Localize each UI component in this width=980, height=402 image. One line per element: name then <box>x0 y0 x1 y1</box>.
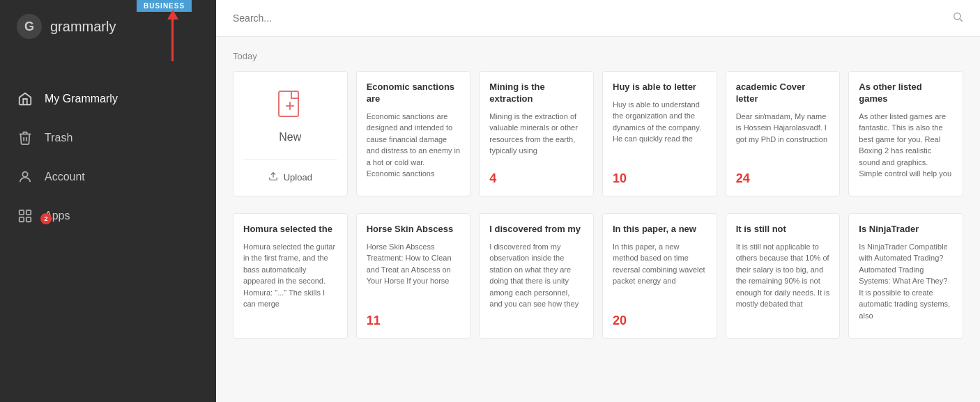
card-2-title: Mining is the extraction <box>489 82 583 105</box>
upload-button[interactable]: Upload <box>268 169 312 186</box>
svg-rect-7 <box>279 91 298 116</box>
card-6-title: Homura selected the <box>243 224 337 235</box>
card-2-body: Mining is the extraction of valuable min… <box>489 111 583 166</box>
document-card-4[interactable]: academic Cover letter Dear sir/madam, My… <box>726 71 841 196</box>
new-label: New <box>279 131 301 144</box>
document-card-1[interactable]: Economic sanctions are Economic sanction… <box>356 71 471 196</box>
trash-icon <box>17 130 33 146</box>
document-card-3[interactable]: Huy is able to letter Huy is able to und… <box>602 71 717 196</box>
card-7-score: 11 <box>367 314 461 328</box>
card-7-title: Horse Skin Abscess <box>367 224 461 235</box>
sidebar: BUSINESS G grammarly My Grammarly <box>0 0 216 402</box>
card-10-body: It is still not applicable to others bec… <box>736 241 830 328</box>
sidebar-item-trash-label: Trash <box>45 132 72 144</box>
sidebar-item-apps[interactable]: 2 Apps <box>0 198 216 234</box>
card-8-title: I discovered from my <box>489 224 583 235</box>
logo-text: grammarly <box>50 19 116 35</box>
upload-icon <box>268 171 278 183</box>
arrow-indicator <box>171 20 174 61</box>
svg-rect-3 <box>20 217 24 222</box>
svg-line-6 <box>960 19 963 22</box>
apps-icon: 2 <box>17 208 33 224</box>
svg-rect-1 <box>20 210 24 215</box>
account-icon <box>17 169 33 185</box>
card-3-score: 10 <box>613 171 707 186</box>
svg-rect-4 <box>26 217 31 222</box>
content-area: Today New <box>216 37 980 402</box>
document-card-2[interactable]: Mining is the extraction Mining is the e… <box>479 71 594 196</box>
document-card-11[interactable]: Is NinjaTrader Is NinjaTrader Compatible… <box>848 213 963 339</box>
document-card-10[interactable]: It is still not It is still not applicab… <box>726 213 841 339</box>
cards-row-1: New Upload Economic sanctions are <box>233 71 963 196</box>
card-9-score: 20 <box>613 314 707 328</box>
new-upload-card[interactable]: New Upload <box>233 71 348 196</box>
search-input[interactable] <box>233 13 947 24</box>
svg-point-0 <box>22 172 27 177</box>
logo-icon: G <box>17 14 42 39</box>
card-3-body: Huy is able to understand the organizati… <box>613 99 707 166</box>
card-4-body: Dear sir/madam, My name is Hossein Hajar… <box>736 111 830 166</box>
cards-row-2: Homura selected the Homura selected the … <box>233 213 963 339</box>
business-badge: BUSINESS <box>137 0 192 12</box>
card-1-title: Economic sanctions are <box>367 82 461 105</box>
arrow-line <box>171 20 174 61</box>
document-card-6[interactable]: Homura selected the Homura selected the … <box>233 213 348 339</box>
card-7-body: Horse Skin Abscess Treatment: How to Cle… <box>367 241 461 308</box>
today-label: Today <box>233 51 963 61</box>
sidebar-item-my-grammarly-label: My Grammarly <box>45 93 118 105</box>
card-4-title: academic Cover letter <box>736 82 830 105</box>
sidebar-nav: My Grammarly Trash Account <box>0 53 216 234</box>
card-2-score: 4 <box>489 171 583 186</box>
upload-label: Upload <box>284 172 312 183</box>
sidebar-item-account-label: Account <box>45 171 85 183</box>
card-11-body: Is NinjaTrader Compatible with Automated… <box>859 241 953 328</box>
card-9-title: In this paper, a new <box>613 224 707 235</box>
card-5-body: As other listed games are fantastic. Thi… <box>859 111 953 186</box>
search-bar <box>216 0 980 37</box>
document-card-5[interactable]: As other listed games As other listed ga… <box>848 71 963 196</box>
svg-rect-2 <box>26 210 31 215</box>
card-5-title: As other listed games <box>859 82 953 105</box>
card-1-body: Economic sanctions are designed and inte… <box>367 111 461 186</box>
svg-point-5 <box>954 13 960 20</box>
card-6-body: Homura selected the guitar in the first … <box>243 241 337 328</box>
sidebar-item-account[interactable]: Account <box>0 159 216 195</box>
card-11-title: Is NinjaTrader <box>859 224 953 235</box>
home-icon <box>17 91 33 107</box>
new-document-icon <box>277 90 303 125</box>
arrow-head <box>167 10 178 20</box>
card-4-score: 24 <box>736 171 830 186</box>
document-card-8[interactable]: I discovered from my I discovered from m… <box>479 213 594 339</box>
card-8-body: I discovered from my observation inside … <box>489 241 583 328</box>
card-3-title: Huy is able to letter <box>613 82 707 93</box>
search-icon <box>952 11 963 25</box>
document-card-9[interactable]: In this paper, a new In this paper, a ne… <box>602 213 717 339</box>
card-9-body: In this paper, a new method based on tim… <box>613 241 707 308</box>
sidebar-item-trash[interactable]: Trash <box>0 120 216 156</box>
document-card-7[interactable]: Horse Skin Abscess Horse Skin Abscess Tr… <box>356 213 471 339</box>
new-card-top: New <box>243 82 337 160</box>
sidebar-item-my-grammarly[interactable]: My Grammarly <box>0 81 216 117</box>
main-content: Today New <box>216 0 980 402</box>
apps-badge: 2 <box>40 213 52 224</box>
card-10-title: It is still not <box>736 224 830 235</box>
